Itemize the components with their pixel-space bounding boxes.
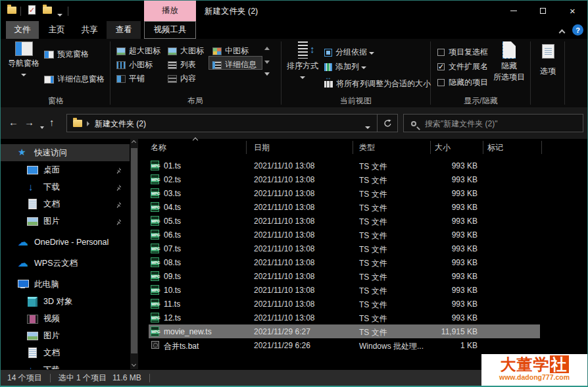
help-icon[interactable]: ? bbox=[572, 24, 583, 36]
layout-more-icon[interactable] bbox=[264, 72, 270, 76]
pin-icon bbox=[115, 218, 122, 227]
column-separator[interactable] bbox=[430, 141, 431, 154]
scrollbar-thumb[interactable] bbox=[131, 148, 137, 353]
qat-customize-chevron-icon[interactable] bbox=[57, 9, 62, 18]
file-date: 2021/11/10 13:08 bbox=[254, 313, 315, 322]
layout-list[interactable]: 列表 bbox=[168, 59, 196, 70]
file-row-03.ts[interactable]: MPG03.ts2021/11/10 13:08TS 文件993 KB bbox=[149, 186, 583, 200]
tab-file[interactable]: 文件 bbox=[6, 21, 39, 39]
layout-extra-large-icons[interactable]: 超大图标 bbox=[116, 45, 160, 57]
file-row-12.ts[interactable]: MPG12.ts2021/11/10 13:08TS 文件993 KB bbox=[149, 311, 583, 324]
scroll-up-icon[interactable] bbox=[132, 140, 136, 145]
tab-share[interactable]: 共享 bbox=[74, 21, 105, 39]
tab-view[interactable]: 查看 bbox=[107, 21, 141, 39]
options-button[interactable]: 选项 bbox=[533, 44, 562, 77]
navigation-pane-button[interactable]: 导航窗格 bbox=[6, 41, 41, 78]
column-separator[interactable] bbox=[483, 141, 483, 154]
sidebar-item-视频[interactable]: 视频 bbox=[1, 310, 130, 327]
up-icon[interactable]: ↑ bbox=[49, 116, 55, 128]
add-columns-label: 添加列 bbox=[335, 62, 359, 71]
qat-folder-icon-2[interactable] bbox=[43, 7, 52, 16]
ts-file-icon: MPG bbox=[151, 299, 159, 309]
size-all-columns-button[interactable]: 将所有列调整为合适的大小 bbox=[324, 78, 431, 90]
layout-content[interactable]: 内容 bbox=[168, 73, 196, 84]
sidebar-item-快速访问[interactable]: 快速访问 bbox=[1, 144, 130, 161]
file-row-08.ts[interactable]: MPG08.ts2021/11/10 13:08TS 文件993 KB bbox=[149, 255, 583, 269]
file-row-07.ts[interactable]: MPG07.ts2021/11/10 13:08TS 文件993 KB bbox=[149, 242, 583, 255]
layout-medium-icons[interactable]: 中图标 bbox=[212, 45, 249, 57]
sidebar-item-下载[interactable]: 下载 bbox=[1, 178, 130, 195]
column-header-date[interactable]: 日期 bbox=[254, 142, 270, 153]
layout-large-icons[interactable]: 大图标 bbox=[168, 45, 204, 57]
sidebar-item-label: 图片 bbox=[43, 216, 60, 227]
column-header-size[interactable]: 大小 bbox=[435, 142, 451, 153]
column-header-name[interactable]: 名称 bbox=[151, 142, 166, 153]
hide-selected-items-button[interactable]: 隐藏 所选项目 bbox=[490, 41, 528, 83]
qat-folder-icon[interactable] bbox=[7, 7, 16, 16]
file-row-合并ts.bat[interactable]: 合并ts.bat2021/11/29 6:26Windows 批处理...1 K… bbox=[149, 338, 583, 352]
file-row-05.ts[interactable]: MPG05.ts2021/11/10 13:08TS 文件993 KB bbox=[149, 214, 583, 228]
sidebar-item-WPS云文档[interactable]: WPS云文档 bbox=[1, 255, 130, 272]
refresh-button[interactable] bbox=[378, 114, 398, 132]
file-row-10.ts[interactable]: MPG10.ts2021/11/10 13:08TS 文件993 KB bbox=[149, 283, 583, 297]
back-icon[interactable]: ← bbox=[9, 116, 18, 128]
column-separator[interactable] bbox=[541, 141, 542, 154]
forward-icon[interactable]: → bbox=[24, 116, 34, 128]
sidebar-item-图片[interactable]: 图片 bbox=[1, 327, 130, 344]
sidebar-item-下载[interactable]: 下载 bbox=[1, 361, 130, 369]
layout-tiles[interactable]: 平铺 bbox=[116, 73, 145, 84]
layout-scroll-down-icon[interactable] bbox=[264, 61, 270, 64]
layout-small-icons[interactable]: 小图标 bbox=[116, 59, 153, 70]
address-dropdown-chevron-icon[interactable] bbox=[365, 122, 370, 131]
file-size: 993 KB bbox=[399, 189, 478, 198]
sort-by-button[interactable]: 排序方式 bbox=[285, 41, 320, 81]
qat-checkmark-document-icon[interactable] bbox=[28, 5, 36, 16]
group-by-button[interactable]: 分组依据 bbox=[324, 47, 374, 58]
scroll-down-icon[interactable] bbox=[132, 362, 136, 367]
hidden-items-checkbox[interactable]: 隐藏的项目 bbox=[437, 77, 488, 88]
column-header-type[interactable]: 类型 bbox=[359, 142, 375, 153]
file-row-09.ts[interactable]: MPG09.ts2021/11/10 13:08TS 文件993 KB bbox=[149, 269, 583, 283]
address-box[interactable]: 新建文件夹 (2) bbox=[66, 114, 378, 132]
extra-large-icons-icon bbox=[116, 47, 126, 55]
sidebar-scrollbar[interactable] bbox=[130, 139, 138, 369]
file-row-04.ts[interactable]: MPG04.ts2021/11/10 13:08TS 文件993 KB bbox=[149, 200, 583, 214]
sidebar-item-label: 快速访问 bbox=[34, 147, 67, 159]
tab-video-tools[interactable]: 视频工具 bbox=[144, 21, 196, 39]
recent-locations-chevron-icon[interactable] bbox=[40, 122, 44, 131]
file-row-06.ts[interactable]: MPG06.ts2021/11/10 13:08TS 文件993 KB bbox=[149, 228, 583, 242]
file-extensions-checkbox[interactable]: 文件扩展名 bbox=[437, 61, 488, 72]
sidebar-item-此电脑[interactable]: 此电脑 bbox=[1, 276, 130, 293]
collapse-ribbon-icon[interactable] bbox=[560, 28, 564, 37]
file-row-02.ts[interactable]: MPG02.ts2021/11/10 13:08TS 文件993 KB bbox=[149, 172, 583, 186]
add-columns-button[interactable]: 添加列 bbox=[324, 61, 366, 72]
column-separator[interactable] bbox=[246, 141, 247, 154]
sidebar-item-label: 图片 bbox=[43, 330, 60, 342]
size-all-columns-label: 将所有列调整为合适的大小 bbox=[336, 79, 431, 88]
sidebar-item-文档[interactable]: 文档 bbox=[1, 195, 130, 213]
layout-details[interactable]: 详细信息 bbox=[212, 59, 257, 70]
contextual-tab-play[interactable]: 播放 bbox=[144, 1, 196, 21]
sidebar-item-图片[interactable]: 图片 bbox=[1, 213, 130, 230]
file-type: TS 文件 bbox=[359, 244, 387, 255]
preview-pane-button[interactable]: 预览窗格 bbox=[44, 49, 89, 60]
column-separator[interactable] bbox=[353, 141, 353, 154]
minimize-button[interactable] bbox=[499, 1, 528, 21]
tab-home[interactable]: 主页 bbox=[41, 21, 72, 39]
file-row-01.ts[interactable]: MPG01.ts2021/11/10 13:08TS 文件993 KB bbox=[149, 159, 583, 172]
file-row-11.ts[interactable]: MPG11.ts2021/11/10 13:08TS 文件993 KB bbox=[149, 297, 583, 311]
maximize-button[interactable] bbox=[528, 1, 558, 21]
search-box[interactable]: 搜索"新建文件夹 (2)" bbox=[403, 114, 583, 132]
file-row-movie_new.ts[interactable]: MPGmovie_new.ts2021/11/29 6:27TS 文件11,91… bbox=[149, 324, 540, 338]
sidebar-item-桌面[interactable]: 桌面 bbox=[1, 161, 130, 178]
close-button[interactable]: × bbox=[558, 1, 587, 21]
layout-scroll-up-icon[interactable] bbox=[264, 47, 270, 50]
watermark-title: 大董学社 bbox=[481, 356, 587, 373]
item-checkboxes-checkbox[interactable]: 项目复选框 bbox=[437, 47, 488, 58]
column-header-tags[interactable]: 标记 bbox=[487, 142, 503, 153]
sidebar-item-OneDrive - Personal[interactable]: OneDrive - Personal bbox=[1, 234, 130, 251]
sidebar-item-文档[interactable]: 文档 bbox=[1, 344, 130, 361]
watermark: 大董学社 www.dadong777.com bbox=[481, 354, 587, 386]
sidebar-item-3D 对象[interactable]: 3D 对象 bbox=[1, 293, 130, 310]
details-pane-button[interactable]: 详细信息窗格 bbox=[44, 74, 105, 85]
